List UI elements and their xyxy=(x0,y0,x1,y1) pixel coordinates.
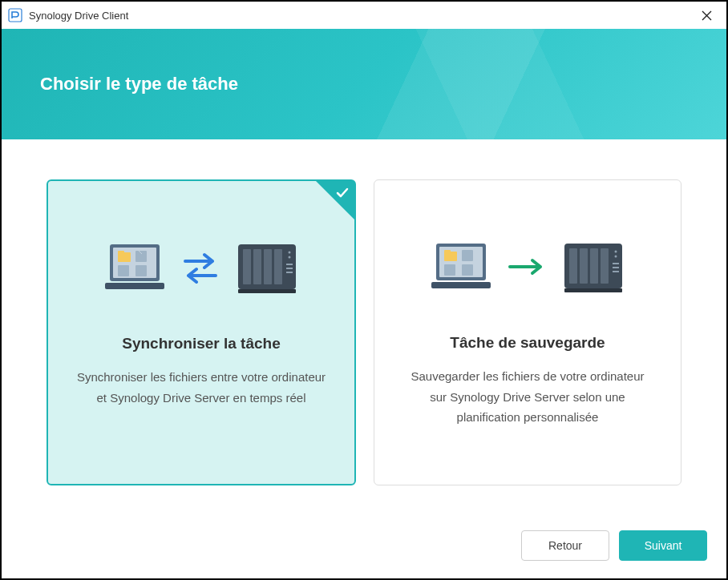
svg-rect-17 xyxy=(286,264,293,265)
svg-point-16 xyxy=(289,256,291,259)
svg-rect-29 xyxy=(564,288,622,292)
svg-rect-11 xyxy=(243,249,251,284)
svg-rect-22 xyxy=(431,282,491,288)
page-title: Choisir le type de tâche xyxy=(40,74,238,95)
svg-rect-18 xyxy=(286,268,293,269)
svg-rect-37 xyxy=(613,267,619,268)
close-button[interactable] xyxy=(693,4,720,26)
svg-rect-12 xyxy=(253,249,261,284)
titlebar: Synology Drive Client xyxy=(2,2,726,29)
svg-rect-8 xyxy=(135,265,147,276)
sync-card-description: Synchroniser les fichiers entre votre or… xyxy=(71,367,332,408)
svg-rect-24 xyxy=(444,250,451,253)
laptop-icon xyxy=(430,242,492,292)
sync-card-title: Synchroniser la tâche xyxy=(71,335,332,352)
backup-card-description: Sauvegarder les fichiers de votre ordina… xyxy=(397,366,658,428)
svg-rect-10 xyxy=(238,289,296,293)
svg-rect-5 xyxy=(118,251,124,254)
svg-point-15 xyxy=(289,252,291,254)
arrow-right-icon xyxy=(507,257,547,276)
svg-rect-31 xyxy=(580,248,588,284)
svg-rect-7 xyxy=(118,265,129,276)
svg-rect-32 xyxy=(590,248,598,284)
svg-point-34 xyxy=(615,251,617,253)
svg-rect-6 xyxy=(135,251,147,262)
svg-rect-0 xyxy=(9,9,22,22)
header-banner: Choisir le type de tâche xyxy=(2,29,726,139)
svg-rect-25 xyxy=(462,250,473,261)
svg-rect-3 xyxy=(105,283,164,289)
svg-rect-38 xyxy=(613,271,619,272)
svg-rect-33 xyxy=(601,248,609,284)
svg-rect-19 xyxy=(286,272,293,273)
card-sync-task[interactable]: Synchroniser la tâche Synchroniser les f… xyxy=(47,179,356,485)
content-area: Synchroniser la tâche Synchroniser les f… xyxy=(2,139,726,518)
app-icon xyxy=(8,8,22,22)
svg-rect-27 xyxy=(462,264,473,276)
svg-rect-13 xyxy=(264,249,272,284)
nas-icon xyxy=(561,239,625,295)
sync-arrows-icon xyxy=(180,250,220,285)
backup-illustration xyxy=(397,227,658,307)
check-icon xyxy=(335,186,350,203)
close-icon xyxy=(702,10,712,21)
card-backup-task[interactable]: Tâche de sauvegarde Sauvegarder les fich… xyxy=(374,179,681,485)
svg-rect-36 xyxy=(613,263,619,264)
laptop-icon xyxy=(103,243,166,292)
next-button[interactable]: Suivant xyxy=(619,530,707,561)
back-button[interactable]: Retour xyxy=(521,530,609,561)
sync-illustration xyxy=(71,228,332,308)
window-title: Synology Drive Client xyxy=(29,10,693,22)
nas-icon xyxy=(235,240,299,296)
svg-point-35 xyxy=(615,256,617,258)
svg-rect-26 xyxy=(444,264,455,276)
svg-rect-30 xyxy=(569,248,577,284)
svg-rect-14 xyxy=(274,249,282,284)
footer: Retour Suivant xyxy=(2,518,726,578)
backup-card-title: Tâche de sauvegarde xyxy=(397,334,658,352)
